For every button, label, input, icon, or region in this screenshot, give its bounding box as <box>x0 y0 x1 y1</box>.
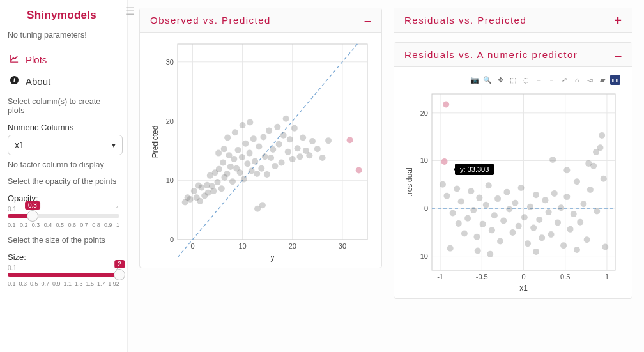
svg-point-54 <box>266 127 272 134</box>
opacity-slider[interactable]: 0.1 1 0.3 0.10.20.30.40.50.60.70.80.91 <box>8 206 119 228</box>
spike-icon[interactable]: ◅ <box>585 75 595 85</box>
svg-point-165 <box>564 167 570 173</box>
panel-title: Residuals vs. Predicted <box>404 15 526 26</box>
svg-point-128 <box>503 189 510 195</box>
res-num-chart[interactable]: -1-0.500.51-1001020x1.residual y: 33.303 <box>403 89 620 293</box>
svg-point-131 <box>512 200 518 206</box>
svg-point-43 <box>244 160 250 167</box>
svg-point-117 <box>470 207 477 213</box>
svg-point-52 <box>262 153 268 160</box>
expand-icon[interactable]: + <box>614 16 622 25</box>
svg-point-127 <box>500 217 507 224</box>
collapse-icon[interactable]: – <box>364 16 371 25</box>
svg-point-110 <box>450 210 456 216</box>
svg-point-44 <box>247 150 253 157</box>
slider-handle[interactable] <box>27 210 38 222</box>
svg-point-122 <box>486 182 492 188</box>
svg-point-68 <box>296 153 303 160</box>
svg-point-141 <box>542 197 548 203</box>
svg-text:.residual: .residual <box>405 167 414 196</box>
svg-point-163 <box>585 160 592 167</box>
nav-plots[interactable]: Plots <box>8 49 119 70</box>
svg-point-56 <box>270 146 276 153</box>
svg-point-85 <box>356 167 362 174</box>
svg-text:10: 10 <box>238 242 246 250</box>
svg-point-19 <box>199 184 205 190</box>
autoscale-icon[interactable]: ⤢ <box>559 75 569 85</box>
svg-point-170 <box>443 101 449 107</box>
svg-point-113 <box>458 199 464 205</box>
menu-icon[interactable]: ☰ <box>126 5 135 17</box>
box-select-icon[interactable]: ⬚ <box>508 75 518 85</box>
panel-header[interactable]: Residuals vs. A numeric predictor – <box>394 43 632 67</box>
lasso-icon[interactable]: ◌ <box>521 75 531 85</box>
svg-point-140 <box>539 234 545 241</box>
svg-point-111 <box>454 185 460 192</box>
svg-point-124 <box>491 212 498 218</box>
svg-point-147 <box>560 242 567 249</box>
hint-no-factor: No factor column to display <box>8 160 119 169</box>
svg-point-148 <box>564 194 570 200</box>
slider-value: 2 <box>114 260 125 268</box>
svg-point-114 <box>461 231 468 237</box>
size-slider[interactable]: 0.1 2 2 0.10.30.50.70.91.11.31.51.71.92 <box>8 264 119 287</box>
svg-text:y: y <box>271 253 275 262</box>
svg-point-150 <box>571 211 577 217</box>
obs-pred-chart[interactable]: 01020300102030yPredicted <box>149 39 372 263</box>
svg-point-38 <box>235 147 241 153</box>
numeric-cols-select[interactable]: x1 ▾ <box>8 135 123 155</box>
camera-icon[interactable]: 📷 <box>470 75 480 85</box>
svg-point-161 <box>602 243 608 250</box>
svg-point-149 <box>567 226 574 233</box>
app-title: Shinymodels <box>27 9 119 22</box>
hover-tooltip: y: 33.303 <box>455 164 494 175</box>
nav-about[interactable]: i About <box>8 70 119 92</box>
zoom-out-icon[interactable]: － <box>546 75 556 85</box>
pan-icon[interactable]: ✥ <box>495 75 505 85</box>
svg-point-108 <box>443 193 450 199</box>
svg-point-135 <box>525 240 531 247</box>
plotly-toolbar: 📷 🔍 ✥ ⬚ ◌ ＋ － ⤢ ⌂ ◅ ▰ ⫾⫾ <box>403 73 623 89</box>
svg-point-59 <box>276 141 282 148</box>
svg-point-154 <box>584 236 590 243</box>
svg-point-28 <box>216 166 222 172</box>
svg-point-146 <box>558 204 564 211</box>
hint-opacity: Select the opacity of the points <box>8 177 119 186</box>
panel-res-num: Residuals vs. A numeric predictor – 📷 🔍 … <box>394 42 632 299</box>
svg-point-132 <box>516 223 522 229</box>
svg-text:0: 0 <box>190 242 194 250</box>
svg-text:20: 20 <box>420 109 428 117</box>
slider-handle[interactable] <box>114 269 125 280</box>
svg-point-139 <box>536 217 542 223</box>
svg-point-119 <box>476 195 482 201</box>
nav-label: About <box>26 76 50 87</box>
svg-text:0: 0 <box>424 204 428 212</box>
svg-point-121 <box>483 202 489 208</box>
panel-title: Observed vs. Predicted <box>150 15 271 26</box>
svg-point-137 <box>530 225 537 231</box>
collapse-icon[interactable]: – <box>615 50 622 59</box>
svg-point-74 <box>319 155 326 161</box>
panel-header[interactable]: Residuals vs. Predicted + <box>394 8 632 33</box>
svg-point-145 <box>555 219 561 226</box>
svg-point-47 <box>252 158 258 165</box>
plotly-logo-icon[interactable]: ⫾⫾ <box>610 75 620 85</box>
svg-point-49 <box>256 143 262 149</box>
svg-text:1: 1 <box>605 273 609 280</box>
svg-point-15 <box>191 188 197 194</box>
svg-point-51 <box>260 134 266 141</box>
svg-point-171 <box>441 158 448 165</box>
slider-value: 0.3 <box>25 201 40 210</box>
svg-point-125 <box>494 195 501 202</box>
zoom-icon[interactable]: 🔍 <box>482 75 493 85</box>
panel-header[interactable]: Observed vs. Predicted – <box>140 8 381 33</box>
svg-text:20: 20 <box>166 118 174 125</box>
svg-point-14 <box>187 196 194 203</box>
svg-point-35 <box>229 178 236 185</box>
svg-point-168 <box>533 249 539 255</box>
hover-icon[interactable]: ▰ <box>597 75 608 85</box>
svg-point-167 <box>487 251 493 257</box>
svg-point-64 <box>287 136 293 142</box>
zoom-in-icon[interactable]: ＋ <box>533 75 544 85</box>
reset-icon[interactable]: ⌂ <box>572 75 582 85</box>
